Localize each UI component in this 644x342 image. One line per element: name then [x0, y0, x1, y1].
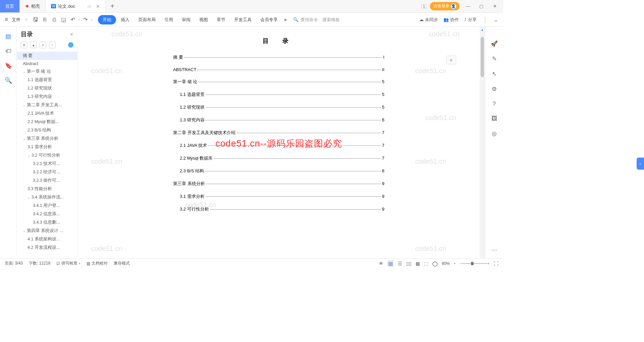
toc-item[interactable]: ⌄第三章 系统分析 [17, 134, 77, 143]
tag-icon[interactable]: 🏷 [5, 48, 12, 54]
share-button[interactable]: ⤴分享 [464, 17, 477, 23]
help-icon[interactable]: ? [493, 101, 496, 107]
toc-item[interactable]: 3.2.3 操作可... [17, 176, 77, 185]
zoom-slider[interactable]: − + [460, 261, 490, 266]
badge-count[interactable]: 1 [421, 4, 427, 9]
more-icon[interactable]: ⋮ [482, 16, 488, 23]
fullscreen-icon[interactable]: ⛶ [494, 261, 498, 266]
tab-new-button[interactable]: + [106, 0, 119, 12]
toc-item[interactable]: Abstract [17, 60, 77, 67]
settings-icon[interactable]: ⚙ [492, 86, 497, 93]
tab-close-icon[interactable]: ✕ [96, 4, 100, 9]
file-menu[interactable]: 文件 [12, 17, 20, 23]
spell-check[interactable]: ☑拼写检查▾ [56, 261, 80, 266]
toc-item[interactable]: 2.1 JAVA 技术 [17, 109, 77, 118]
sidebar-settings-icon[interactable] [68, 42, 73, 48]
toc-item[interactable]: 3.3 性能分析 [17, 185, 77, 193]
undo-icon[interactable]: ↶ [69, 16, 77, 23]
window-split-icon[interactable]: ▭ [87, 4, 91, 9]
ribbon-tab-5[interactable]: 视图 [195, 17, 212, 23]
expand-all-icon[interactable]: ▴ [30, 42, 37, 48]
zoom-out-icon[interactable]: ◯ [432, 261, 438, 266]
watermark: code51.cn [415, 245, 446, 252]
target-icon[interactable]: ◎ [492, 130, 497, 137]
toc-item[interactable]: ⌄第一章 绪 论 [17, 67, 77, 76]
ribbon-tab-3[interactable]: 引用 [160, 17, 177, 23]
print-icon[interactable]: ⎙ [50, 17, 58, 23]
toc-item[interactable]: ⌄第四章 系统设计 ... [17, 227, 77, 235]
toc-item[interactable]: 1.1 选题背景 [17, 76, 77, 84]
rocket-icon[interactable]: 🚀 [491, 40, 498, 47]
close-button[interactable]: ✕ [490, 4, 500, 9]
minimize-button[interactable]: — [463, 4, 473, 9]
guest-login-button[interactable]: 访客登录 👤 [430, 2, 460, 10]
pen-icon[interactable]: ✎ [492, 55, 497, 62]
compat-mode[interactable]: 兼容模式 [114, 261, 130, 266]
image-icon[interactable]: 🖼 [491, 115, 497, 122]
toc-item[interactable]: 3.4.1 用户登... [17, 202, 77, 210]
ribbon-tab-4[interactable]: 审阅 [178, 17, 195, 23]
add-item-icon[interactable]: + [40, 42, 46, 48]
cursor-icon[interactable]: ↖ [492, 70, 497, 77]
ribbon-tab-7[interactable]: 开发工具 [230, 17, 256, 23]
toc-item[interactable]: 3.2.1 技术可... [17, 160, 77, 168]
toc-item[interactable]: ⌄第二章 开发工具... [17, 101, 77, 109]
sidebar-close-icon[interactable]: ✕ [70, 32, 73, 37]
toc-item[interactable]: 2.2 Mysql 数据... [17, 118, 77, 126]
ribbon-tab-6[interactable]: 章节 [213, 17, 229, 23]
toc-item[interactable]: 3.1 需求分析 [17, 143, 77, 151]
word-count[interactable]: 字数: 11218 [29, 261, 50, 266]
unsync-button[interactable]: ☁未同步 [419, 17, 438, 23]
tab-docker[interactable]: ❖ 稻壳 [20, 0, 46, 12]
find-icon[interactable]: 🔍 [5, 77, 12, 84]
doc-toc-line: 第二章 开发工具及关键技术介绍7 [173, 130, 384, 136]
tab-home[interactable]: 首页 [0, 0, 20, 12]
collapse-all-icon[interactable]: ▾ [21, 42, 28, 48]
bookmark-icon[interactable]: 🔖 [5, 62, 12, 69]
collapse-panel-icon[interactable]: ≡ [446, 56, 456, 64]
reading-view-icon[interactable]: ▯▯ [406, 261, 412, 266]
toc-item[interactable]: ⌄3.4 系统操作流... [17, 193, 77, 202]
fit-icon[interactable]: ⬚ [424, 261, 428, 266]
remove-item-icon[interactable]: − [49, 42, 56, 48]
page-indicator[interactable]: 页面: 3/43 [5, 261, 23, 266]
web-view-icon[interactable]: ▦ [416, 261, 420, 266]
collapse-ribbon-icon[interactable]: ⌄ [493, 16, 498, 23]
search-placeholder: 查找命令、搜索模板 [301, 17, 340, 23]
toc-item[interactable]: 3.4.3 信息删... [17, 218, 77, 227]
toc-item[interactable]: 3.4.2 信息添... [17, 210, 77, 218]
scrollbar-thumb[interactable] [481, 37, 484, 77]
tab-document[interactable]: W 论文.doc ▭ ✕ [46, 0, 106, 12]
toc-item[interactable]: 2.3 B/S 结构 [17, 126, 77, 134]
toc-item[interactable]: 4.2 开发流程设... [17, 243, 77, 252]
maximize-button[interactable]: ▢ [476, 4, 486, 9]
ribbon-tab-2[interactable]: 页面布局 [134, 17, 160, 23]
eye-icon[interactable]: 👁 [379, 261, 383, 266]
toc-item[interactable]: 摘 要 [17, 52, 77, 60]
document-proof[interactable]: ▥文档校对 [87, 261, 108, 266]
page-view-icon[interactable]: ▤ [387, 260, 394, 267]
command-search[interactable]: 🔍 查找命令、搜索模板 [293, 17, 340, 23]
toc-item[interactable]: ⌄3.2 可行性分析 [17, 151, 77, 160]
preview-icon[interactable]: ◲ [60, 16, 68, 23]
outline-view-icon[interactable]: ☰ [398, 261, 402, 266]
zoom-value[interactable]: 80% [442, 261, 450, 266]
coop-button[interactable]: 👥协作 [443, 17, 459, 23]
export-icon[interactable]: ⎘ [41, 17, 49, 23]
save-icon[interactable]: 🖫 [32, 17, 40, 23]
toc-item[interactable]: 1.3 研究内容 [17, 93, 77, 101]
outline-icon[interactable]: ▤ [5, 33, 12, 40]
hamburger-icon[interactable]: ≡ [5, 16, 8, 23]
more-tools-icon[interactable]: ⋯ [491, 246, 497, 253]
doc-toc-line: 第三章 系统分析9 [173, 181, 384, 187]
toc-item[interactable]: 3.2.2 经济可... [17, 168, 77, 176]
ribbon-tab-1[interactable]: 插入 [117, 17, 133, 23]
scrollbar[interactable]: ▲ [480, 27, 485, 258]
document-canvas[interactable]: code51.cn code51.cn code51.cn code51.cn … [78, 27, 480, 258]
toc-item[interactable]: 4.1 系统架构设... [17, 235, 77, 243]
toc-item[interactable]: 1.2 研究现状 [17, 84, 77, 93]
ribbon-more-icon[interactable]: ▶ [283, 18, 287, 21]
redo-icon[interactable]: ↷ [82, 16, 90, 23]
ribbon-tab-8[interactable]: 会员专享 [256, 17, 282, 23]
ribbon-tab-0[interactable]: 开始 [98, 15, 116, 24]
